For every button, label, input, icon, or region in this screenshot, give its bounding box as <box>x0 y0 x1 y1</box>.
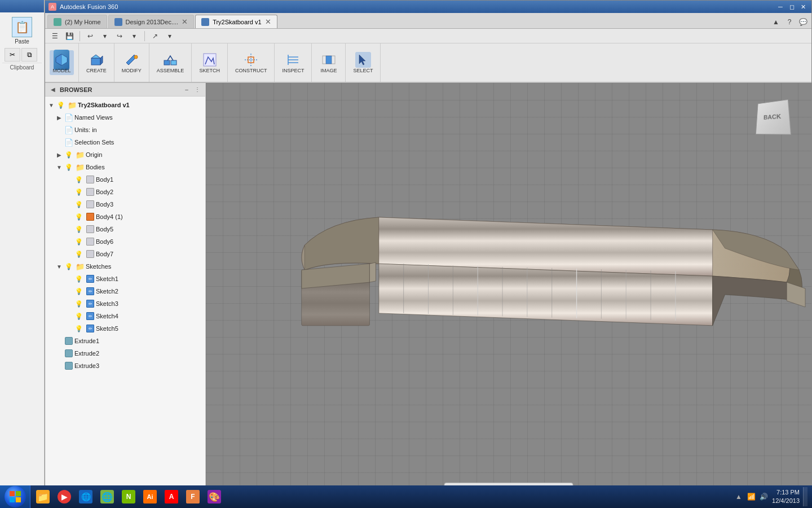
show-desktop-button[interactable] <box>803 487 807 506</box>
taskbar-item-art[interactable]: 🎨 <box>204 487 224 506</box>
tree-sketches[interactable]: ▼ 💡 📁 Sketches <box>45 260 205 273</box>
bodies-folder-icon: 📁 <box>76 163 85 172</box>
body6-icon <box>86 237 95 246</box>
help-button[interactable]: ? <box>783 16 796 28</box>
ribbon-item-select[interactable]: SELECT <box>350 50 376 75</box>
modify-icon <box>123 52 139 68</box>
browser-menu-btn[interactable]: – <box>182 85 191 94</box>
tree-selection-sets[interactable]: ▶ 📄 Selection Sets <box>45 136 205 148</box>
taskbar-item-media[interactable]: ▶ <box>54 487 74 506</box>
window-frame: A Autodesk Fusion 360 ─ ◻ ✕ (2) My Home … <box>45 0 812 508</box>
root-toggle[interactable]: ▼ <box>47 101 55 109</box>
tab-home[interactable]: (2) My Home <box>47 15 107 28</box>
tree-body4[interactable]: 💡 Body4 (1) <box>45 211 205 223</box>
tray-network[interactable]: 📶 <box>746 492 756 502</box>
taskbar-item-explorer[interactable]: 📁 <box>33 487 53 506</box>
svg-marker-1 <box>61 54 67 65</box>
tree-sketch5[interactable]: 💡 ✏ Sketch5 <box>45 322 205 335</box>
taskbar-item-ie[interactable]: 🌐 <box>76 487 96 506</box>
assemble-icon <box>162 52 178 68</box>
ribbon-group-select: SELECT <box>346 43 381 82</box>
extrude1-label: Extrude1 <box>74 338 99 344</box>
svg-rect-11 <box>248 57 254 63</box>
ribbon-item-model[interactable]: MODEL <box>50 50 73 75</box>
minimize-button[interactable]: ─ <box>775 2 785 11</box>
undo-dropdown[interactable]: ▾ <box>99 30 111 42</box>
ribbon-group-construct: CONSTRUCT <box>228 43 275 82</box>
tray-volume[interactable]: 🔊 <box>758 492 769 502</box>
ribbon-item-construct[interactable]: CONSTRUCT <box>232 50 270 75</box>
tree-origin[interactable]: ▶ 💡 📁 Origin <box>45 148 205 161</box>
tree-units[interactable]: ▶ 📄 Units: in <box>45 124 205 136</box>
tree-sketch1[interactable]: 💡 ✏ Sketch1 <box>45 273 205 285</box>
chat-button[interactable]: 💬 <box>797 16 809 28</box>
share-button[interactable]: ↗ <box>149 30 161 42</box>
undo-button[interactable]: ↩ <box>84 30 96 42</box>
tab-scroll-up[interactable]: ▲ <box>770 16 782 28</box>
ribbon-item-assemble[interactable]: ASSEMBLE <box>154 50 187 75</box>
redo-dropdown[interactable]: ▾ <box>128 30 140 42</box>
taskbar-item-acrobat[interactable]: A <box>161 487 182 506</box>
units-icon: 📄 <box>64 125 73 134</box>
tree-body6[interactable]: 💡 Body6 <box>45 235 205 248</box>
ribbon-item-create-box[interactable]: CREATE <box>83 50 109 75</box>
toolbar-sep-2 <box>144 31 145 41</box>
body4-eye-icon: 💡 <box>74 212 83 221</box>
tree-body1[interactable]: 💡 Body1 <box>45 173 205 186</box>
taskbar-item-illustrator[interactable]: Ai <box>140 487 160 506</box>
share-dropdown[interactable]: ▾ <box>164 30 176 42</box>
tree-body3[interactable]: 💡 Body3 <box>45 198 205 211</box>
save-button[interactable]: 💾 <box>63 30 76 42</box>
taskbar-item-nvidia[interactable]: N <box>118 487 139 506</box>
tree-sketch3[interactable]: 💡 ✏ Sketch3 <box>45 297 205 310</box>
tree-sketch4[interactable]: 💡 ✏ Sketch4 <box>45 310 205 322</box>
tree-root[interactable]: ▼ 💡 📁 Try2Skatboard v1 <box>45 99 205 111</box>
tab-design2013[interactable]: Design 2013Dec.... ✕ <box>108 15 195 28</box>
tree-sketch2[interactable]: 💡 ✏ Sketch2 <box>45 285 205 297</box>
redo-button[interactable]: ↪ <box>113 30 126 42</box>
paste-button[interactable]: 📋 Paste <box>2 15 42 47</box>
tree-extrude1[interactable]: Extrude1 <box>45 335 205 347</box>
units-label: Units: in <box>74 126 97 133</box>
body1-eye-icon: 💡 <box>74 175 83 184</box>
tab-skateboard-close[interactable]: ✕ <box>265 17 271 26</box>
tree-body7[interactable]: 💡 Body7 <box>45 248 205 260</box>
origin-toggle[interactable]: ▶ <box>55 151 63 159</box>
taskbar-item-network[interactable]: 🌐 <box>97 487 117 506</box>
body6-eye-icon: 💡 <box>74 237 83 246</box>
ribbon-item-inspect[interactable]: INSPECT <box>279 50 307 75</box>
copy-button[interactable]: ⧉ <box>21 48 37 62</box>
cut-button[interactable]: ✂ <box>5 48 20 62</box>
tree-extrude2[interactable]: Extrude2 <box>45 347 205 360</box>
tree-named-views[interactable]: ▶ 📄 Named Views <box>45 111 205 124</box>
clock[interactable]: 7:13 PM 12/4/2013 <box>772 488 800 506</box>
tray-show-hidden[interactable]: ▲ <box>734 492 744 502</box>
viewport[interactable]: BACK ↕ ⬚ ✋ ⊕ ⊖ ▣ ▦ 664 × 340px 100% <box>206 83 811 506</box>
tree-body2[interactable]: 💡 Body2 <box>45 186 205 198</box>
taskbar-item-fusion[interactable]: F <box>183 487 203 506</box>
browser-expand-btn[interactable]: ⋮ <box>193 85 202 94</box>
browser-collapse-btn[interactable]: ◀ <box>48 85 58 94</box>
assemble-label: ASSEMBLE <box>157 68 184 73</box>
sketches-toggle[interactable]: ▼ <box>55 262 63 270</box>
named-views-label: Named Views <box>74 114 113 121</box>
restore-button[interactable]: ◻ <box>787 2 797 11</box>
bodies-toggle[interactable]: ▼ <box>55 163 63 171</box>
tree-extrude3[interactable]: Extrude3 <box>45 360 205 372</box>
sketches-eye-icon: 💡 <box>64 262 73 271</box>
tab-design-close[interactable]: ✕ <box>182 17 188 26</box>
clipboard-tools: ✂ ⧉ <box>2 48 42 62</box>
ribbon-item-sketch[interactable]: SKETCH <box>196 50 223 75</box>
tab-home-label: (2) My Home <box>65 19 101 25</box>
named-views-toggle[interactable]: ▶ <box>55 113 63 121</box>
tab-skateboard[interactable]: Try2Skatboard v1 ✕ <box>195 15 277 28</box>
menu-button[interactable]: ☰ <box>48 30 61 42</box>
ribbon-item-modify[interactable]: MODIFY <box>119 50 144 75</box>
tree-body5[interactable]: 💡 Body5 <box>45 223 205 235</box>
start-button[interactable] <box>0 485 30 508</box>
ribbon-item-image[interactable]: IMAGE <box>317 50 339 75</box>
navcube[interactable]: BACK <box>755 100 795 139</box>
close-button[interactable]: ✕ <box>798 2 808 11</box>
sketch3-eye-icon: 💡 <box>74 299 83 308</box>
tree-bodies[interactable]: ▼ 💡 📁 Bodies <box>45 161 205 173</box>
